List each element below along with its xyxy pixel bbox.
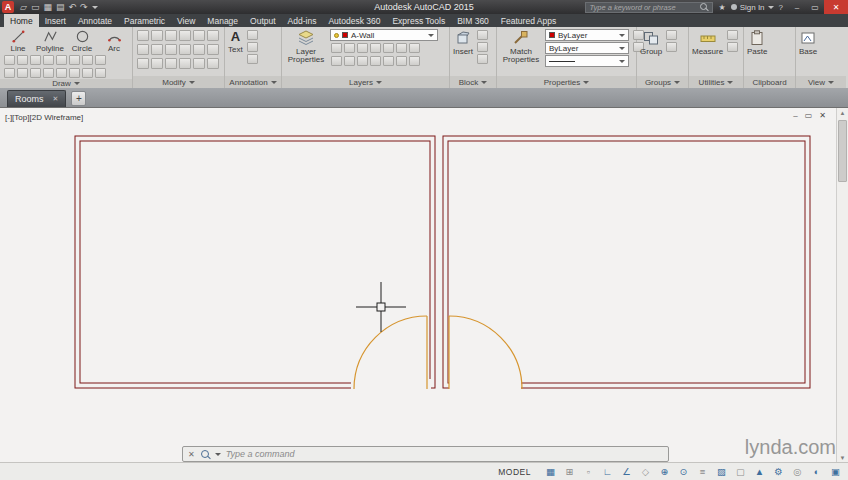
fillet-tool-icon[interactable] [207,30,219,41]
clean-screen-icon[interactable]: ▣ [827,465,844,479]
grid-icon[interactable]: ▦ [542,465,559,479]
lineweight-icon[interactable]: ≡ [694,465,711,479]
command-input[interactable] [226,449,663,459]
polar-tracking-icon[interactable]: ∠ [618,465,635,479]
scrollbar-thumb[interactable] [838,120,847,182]
tab-annotate[interactable]: Annotate [72,14,118,27]
quick-select-tool-icon[interactable] [727,30,738,40]
layer-tool-icon[interactable] [396,56,407,66]
layer-properties-button[interactable]: Layer Properties [285,29,327,65]
isodraft-icon[interactable]: ◇ [637,465,654,479]
insert-block-button[interactable]: Insert [453,29,473,56]
selection-cycling-icon[interactable]: ▢ [732,465,749,479]
scroll-down-icon[interactable]: ▼ [837,455,848,461]
left-door-swing-arc[interactable] [354,316,427,389]
point-tool-icon[interactable] [69,55,80,65]
ortho-icon[interactable]: ∟ [599,465,616,479]
transparency-icon[interactable]: ▨ [713,465,730,479]
open-file-icon[interactable]: ▭ [31,3,40,12]
floor-plan-drawing[interactable] [0,108,848,462]
modify-tool-icon[interactable] [137,58,149,69]
right-room-inner-wall[interactable] [448,141,805,383]
tab-bim-360[interactable]: BIM 360 [451,14,495,27]
scale-tool-icon[interactable] [151,44,163,55]
scroll-up-icon[interactable]: ▲ [837,110,848,116]
group-edit-tool-icon[interactable] [666,42,677,52]
copy-tool-icon[interactable] [179,30,191,41]
properties-panel-label[interactable]: Properties [497,76,636,88]
lineweight-dropdown[interactable] [545,55,629,67]
draw-tool-icon[interactable] [95,68,106,78]
view-panel-label[interactable]: View [796,76,846,88]
layer-match-tool-icon[interactable] [383,43,394,53]
isolate-objects-icon[interactable]: ◐ [808,465,825,479]
hatch-tool-icon[interactable] [30,55,41,65]
search-icon[interactable] [700,3,709,12]
modify-tool-icon[interactable] [207,58,219,69]
mirror-tool-icon[interactable] [193,30,205,41]
draw-tool-icon[interactable] [17,68,28,78]
tab-express-tools[interactable]: Express Tools [386,14,451,27]
layer-lock-tool-icon[interactable] [370,43,381,53]
drawing-minimize-button[interactable]: – [793,111,797,120]
right-room-outer-wall[interactable] [443,136,810,388]
spline-tool-icon[interactable] [43,55,54,65]
line-tool-button[interactable]: Line [3,29,33,53]
file-tab-rooms[interactable]: Rooms ✕ [7,90,66,107]
erase-tool-icon[interactable] [193,44,205,55]
undo-icon[interactable]: ↶ [68,3,76,12]
close-button[interactable]: ✕ [824,0,848,14]
trim-tool-icon[interactable] [165,30,177,41]
command-search-icon[interactable] [200,449,210,459]
favorites-icon[interactable]: ★ [718,3,725,12]
recent-commands-icon[interactable] [215,453,221,456]
layer-tool-icon[interactable] [383,56,394,66]
array-tool-icon[interactable] [165,44,177,55]
modify-tool-icon[interactable] [193,58,205,69]
modify-tool-icon[interactable] [151,58,163,69]
draw-tool-icon[interactable] [43,68,54,78]
groups-panel-label[interactable]: Groups [637,76,688,88]
drawing-area[interactable]: [-][Top][2D Wireframe] – ▭ ✕ ▲ ▼ [0,107,848,462]
linetype-dropdown[interactable]: ByLayer [545,42,629,54]
base-view-button[interactable]: Base [799,29,817,56]
leader-tool-icon[interactable] [247,42,258,52]
minimize-button[interactable]: – [788,0,806,14]
workspace-switching-icon[interactable]: ⚙ [770,465,787,479]
maximize-button[interactable]: ▭ [806,0,824,14]
table-tool-icon[interactable] [247,54,258,64]
ellipse-tool-icon[interactable] [17,55,28,65]
model-space-button[interactable]: MODEL [498,467,531,477]
edit-block-tool-icon[interactable] [477,42,488,52]
annotation-scale-icon[interactable]: ▲ [751,465,768,479]
draw-tool-icon[interactable] [82,68,93,78]
rectangle-tool-icon[interactable] [4,55,15,65]
region-tool-icon[interactable] [82,55,93,65]
move-tool-icon[interactable] [137,30,149,41]
tab-manage[interactable]: Manage [201,14,244,27]
id-point-tool-icon[interactable] [727,42,738,52]
layer-dropdown[interactable]: A-Wall [330,29,438,41]
layer-freeze-tool-icon[interactable] [357,43,368,53]
tab-home[interactable]: Home [4,14,39,27]
infer-constraints-icon[interactable]: ▫ [580,465,597,479]
annotation-panel-label[interactable]: Annotation [225,76,281,88]
tab-featured-apps[interactable]: Featured Apps [495,14,562,27]
draw-tool-icon[interactable] [69,68,80,78]
paste-button[interactable]: Paste [747,29,767,56]
keyword-search-input[interactable] [589,3,697,12]
layer-tool-icon[interactable] [396,43,407,53]
layer-tool-icon[interactable] [331,56,342,66]
viewport-controls-label[interactable]: [-][Top][2D Wireframe] [5,113,83,122]
circle-tool-button[interactable]: Circle [67,29,97,53]
modify-tool-icon[interactable] [179,58,191,69]
object-color-dropdown[interactable]: ByLayer [545,29,629,41]
utilities-panel-label[interactable]: Utilities [689,76,743,88]
draw-tool-icon[interactable] [4,68,15,78]
tab-view[interactable]: View [171,14,201,27]
drawing-restore-button[interactable]: ▭ [805,111,813,120]
object-snap-icon[interactable]: ⊙ [675,465,692,479]
object-snap-tracking-icon[interactable]: ⊕ [656,465,673,479]
close-file-tab-icon[interactable]: ✕ [53,95,59,103]
left-room-outer-wall[interactable] [75,136,435,388]
